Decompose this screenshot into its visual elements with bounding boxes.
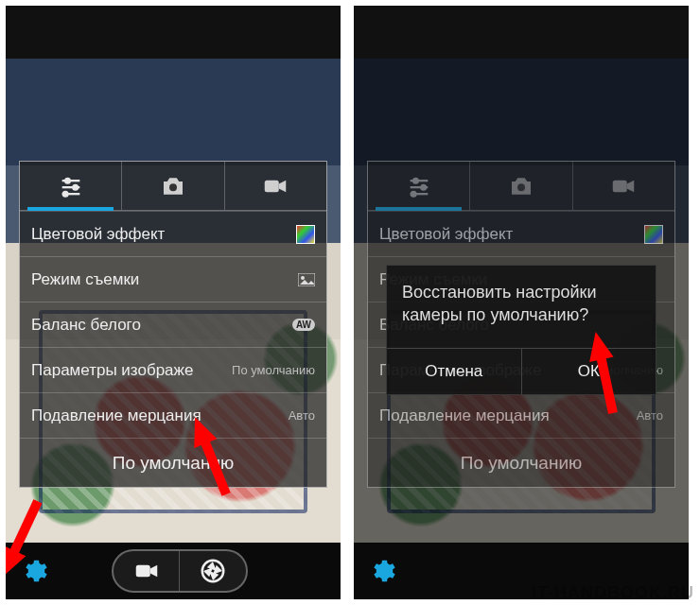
confirm-dialog: Восстановить настройки камеры по умолчан… [386, 265, 656, 395]
camera-viewfinder: Цветовой эффект Режим съемки Баланс бело… [354, 59, 689, 543]
camera-bottom-bar [6, 543, 341, 599]
gear-icon [368, 557, 396, 585]
mode-video[interactable] [114, 551, 180, 591]
screenshot-right: Цветовой эффект Режим съемки Баланс бело… [354, 6, 689, 599]
svg-rect-7 [265, 180, 279, 192]
row-value: Авто [289, 408, 315, 423]
mode-switch[interactable] [112, 549, 248, 593]
row-value: По умолчанию [232, 363, 315, 377]
sliders-icon [406, 173, 432, 199]
shutter-icon [199, 557, 227, 585]
sliders-icon [58, 173, 84, 199]
status-bar [354, 6, 689, 59]
row-label: Цветовой эффект [379, 225, 513, 244]
settings-tabs [20, 162, 326, 211]
footer-label: По умолчанию [113, 453, 235, 474]
svg-rect-10 [135, 565, 149, 578]
row-label: Параметры изображе [31, 361, 193, 380]
row-color-effect[interactable]: Цветовой эффект [20, 211, 326, 256]
svg-point-5 [62, 191, 67, 196]
button-label: Отмена [425, 362, 482, 380]
dialog-cancel-button[interactable]: Отмена [387, 349, 521, 394]
row-value: Авто [637, 408, 663, 423]
tab-photo[interactable] [121, 162, 223, 211]
restore-defaults-button[interactable]: По умолчанию [20, 438, 326, 487]
svg-point-17 [411, 191, 415, 196]
picture-icon [298, 273, 315, 286]
dialog-ok-button[interactable]: ОК [521, 349, 656, 394]
svg-point-18 [517, 183, 525, 191]
video-icon [609, 172, 638, 200]
watermark: IT-HANDBOOK.RU [532, 583, 694, 603]
tab-adjust [368, 162, 469, 211]
svg-point-9 [301, 276, 305, 280]
status-bar [6, 6, 341, 59]
row-label: Баланс белого [31, 316, 141, 335]
svg-rect-19 [613, 180, 627, 192]
video-icon [261, 172, 289, 200]
row-shoot-mode[interactable]: Режим съемки [20, 256, 326, 302]
color-swatch-icon [644, 225, 663, 244]
svg-point-15 [421, 184, 426, 189]
aw-icon: AW [292, 319, 315, 331]
svg-point-13 [413, 178, 418, 182]
dialog-message: Восстановить настройки камеры по умолчан… [387, 266, 656, 348]
tab-photo [469, 162, 571, 211]
row-image-params[interactable]: Параметры изображе По умолчанию [20, 347, 326, 392]
camera-icon [159, 172, 187, 200]
row-white-balance[interactable]: Баланс белого AW [20, 302, 326, 347]
camera-icon [507, 172, 535, 200]
camera-viewfinder: Цветовой эффект Режим съемки Баланс бело… [6, 59, 341, 543]
tab-video[interactable] [224, 162, 326, 211]
button-label: ОК [578, 362, 600, 380]
settings-gear-button[interactable] [13, 550, 55, 592]
video-icon [132, 557, 161, 585]
row-label: Цветовой эффект [31, 225, 165, 244]
row-label: Подавление мерцания [31, 406, 201, 425]
row-label: Подавление мерцания [379, 406, 550, 425]
svg-point-1 [65, 178, 70, 182]
camera-settings-panel: Цветовой эффект Режим съемки Баланс бело… [19, 161, 327, 488]
svg-point-6 [169, 183, 177, 191]
tab-adjust[interactable] [20, 162, 121, 211]
footer-label: По умолчанию [461, 453, 583, 474]
color-swatch-icon [296, 225, 315, 244]
row-label: Режим съемки [31, 270, 139, 289]
mode-shutter[interactable] [180, 551, 246, 591]
svg-point-3 [73, 184, 78, 189]
tab-video [572, 162, 674, 211]
gear-icon [20, 557, 48, 585]
settings-gear-button[interactable] [361, 550, 403, 592]
screenshot-left: Цветовой эффект Режим съемки Баланс бело… [6, 6, 341, 599]
row-flicker[interactable]: Подавление мерцания Авто [20, 392, 326, 438]
